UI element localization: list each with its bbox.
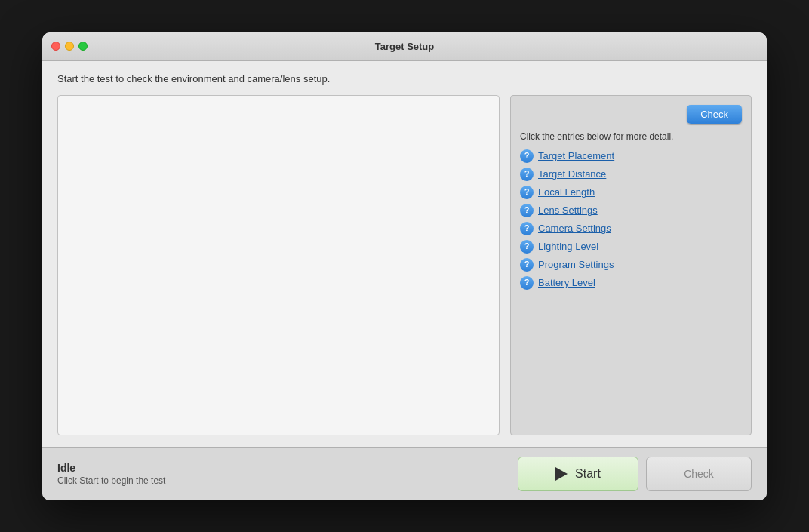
bottom-buttons: Start Check	[518, 457, 752, 491]
lens-settings-label[interactable]: Lens Settings	[538, 204, 598, 216]
titlebar: Target Setup	[42, 32, 767, 61]
list-item[interactable]: ? Target Distance	[520, 168, 742, 181]
question-icon-target-distance: ?	[520, 168, 534, 181]
list-item[interactable]: ? Target Placement	[520, 149, 742, 163]
list-item[interactable]: ? Focal Length	[520, 186, 742, 199]
focal-length-label[interactable]: Focal Length	[538, 186, 595, 198]
camera-preview	[57, 95, 500, 435]
play-icon	[555, 467, 568, 481]
question-icon-battery-level: ?	[520, 276, 534, 290]
main-window: Target Setup Start the test to check the…	[42, 32, 767, 500]
main-content: Start the test to check the environment …	[42, 61, 767, 447]
status-hint: Click Start to begin the test	[57, 475, 509, 486]
start-label: Start	[575, 467, 601, 481]
status-idle: Idle	[57, 462, 509, 474]
list-item[interactable]: ? Battery Level	[520, 276, 742, 290]
minimize-button[interactable]	[65, 42, 74, 51]
checklist-panel: Check Click the entries below for more d…	[510, 95, 752, 435]
traffic-lights	[51, 42, 88, 51]
target-distance-label[interactable]: Target Distance	[538, 168, 606, 180]
list-item[interactable]: ? Program Settings	[520, 258, 742, 272]
target-placement-label[interactable]: Target Placement	[538, 150, 614, 161]
maximize-button[interactable]	[78, 42, 88, 51]
description-text: Start the test to check the environment …	[57, 73, 752, 85]
question-icon-program-settings: ?	[520, 258, 534, 272]
camera-settings-label[interactable]: Camera Settings	[538, 223, 611, 234]
status-area: Idle Click Start to begin the test	[57, 462, 509, 486]
question-icon-lighting-level: ?	[520, 240, 534, 254]
question-icon-camera-settings: ?	[520, 222, 534, 235]
lighting-level-label[interactable]: Lighting Level	[538, 241, 598, 252]
start-button[interactable]: Start	[518, 457, 638, 491]
list-item[interactable]: ? Camera Settings	[520, 222, 742, 235]
question-icon-lens-settings: ?	[520, 204, 534, 217]
bottom-bar: Idle Click Start to begin the test Start…	[42, 447, 767, 500]
list-item[interactable]: ? Lens Settings	[520, 204, 742, 217]
check-bottom-button[interactable]: Check	[646, 457, 752, 491]
click-entries-text: Click the entries below for more detail.	[520, 131, 742, 142]
close-button[interactable]	[51, 42, 60, 51]
list-item[interactable]: ? Lighting Level	[520, 240, 742, 254]
window-title: Target Setup	[375, 41, 435, 52]
program-settings-label[interactable]: Program Settings	[538, 259, 614, 270]
battery-level-label[interactable]: Battery Level	[538, 277, 595, 288]
content-area: Check Click the entries below for more d…	[57, 95, 752, 435]
question-icon-focal-length: ?	[520, 186, 534, 199]
check-button-row: Check	[520, 105, 742, 124]
check-top-button[interactable]: Check	[687, 105, 742, 124]
question-icon-target-placement: ?	[520, 149, 534, 163]
